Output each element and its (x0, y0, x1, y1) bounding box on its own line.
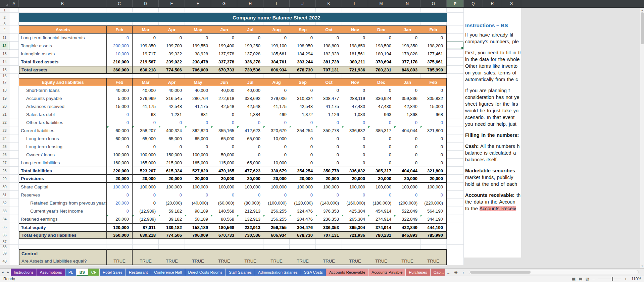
cell-F37[interactable] (185, 239, 211, 245)
cell-H39[interactable] (237, 249, 263, 257)
cell-I20[interactable]: 41,175 (263, 102, 290, 110)
cell-M38[interactable] (368, 245, 394, 249)
cell-O37[interactable] (420, 239, 447, 245)
cell-K37[interactable] (316, 239, 342, 245)
cell-L14[interactable]: 380,211 (342, 58, 368, 66)
cell-G13[interactable]: 137,978 (211, 50, 237, 58)
cell-C35[interactable]: 120,000 (106, 223, 133, 231)
cell-C16[interactable] (106, 74, 133, 78)
cell-C3[interactable] (106, 22, 133, 25)
tab-pl[interactable]: PL (65, 269, 76, 276)
label-short-term-loans[interactable]: Short-term loans (19, 86, 106, 94)
more-tabs-button[interactable]: … (445, 269, 452, 276)
cell-L24[interactable]: 0 (342, 134, 368, 143)
cell-E1[interactable] (159, 8, 185, 13)
label-total-equity-and-liabilities[interactable]: Total equity and liabilities (19, 231, 106, 239)
cell-F16[interactable] (185, 74, 211, 78)
cell-P36[interactable] (447, 231, 464, 239)
tab-conference-hall[interactable]: Conference Hall (151, 269, 185, 276)
cell-I12[interactable]: 199,100 (263, 42, 290, 50)
cell-G16[interactable] (211, 74, 237, 78)
row-header-3[interactable]: 3 (0, 22, 9, 25)
cell-H24[interactable]: 65,000 (237, 134, 263, 143)
tab-scroll-left-icon[interactable]: ◂ (0, 269, 5, 276)
col-header-R[interactable]: R (483, 0, 502, 7)
cell-C40[interactable]: TRUE (106, 257, 133, 265)
row-header-39[interactable]: 39 (0, 249, 9, 257)
tab-sga-costs[interactable]: SGA Costs (301, 269, 326, 276)
cell-O38[interactable] (420, 245, 447, 249)
label-accounts-payable[interactable]: Accounts payable (19, 94, 106, 102)
cell-A2[interactable] (9, 13, 19, 22)
cell-O18[interactable]: 0 (420, 86, 447, 94)
cell-I29[interactable]: 20,000 (263, 175, 290, 183)
cell-B38[interactable] (19, 245, 106, 249)
cell-K26[interactable]: 0 (316, 151, 342, 159)
cell-E19[interactable]: 316,545 (159, 94, 185, 102)
label-retained-earnings[interactable]: Retained earnings (19, 215, 106, 223)
cell-P39[interactable] (447, 249, 464, 257)
row-header-22[interactable]: 22 (0, 118, 9, 126)
cell-C18[interactable]: 40,000 (106, 86, 133, 94)
scroll-up-icon[interactable]: ▲ (641, 8, 643, 12)
col-header-J[interactable]: J (290, 0, 316, 7)
cell-O24[interactable]: 0 (420, 134, 447, 143)
cell-N30[interactable]: 100,000 (394, 183, 420, 191)
cell-M3[interactable] (368, 22, 394, 25)
cell-I22[interactable]: 0 (263, 118, 290, 126)
cell-H20[interactable]: 42,548 (237, 102, 263, 110)
cell-C21[interactable]: 0 (106, 110, 133, 118)
cell-M22[interactable]: 0 (368, 118, 394, 126)
cell-C25[interactable]: 0 (106, 143, 133, 151)
cell-J25[interactable]: 0 (290, 143, 316, 151)
accounts-receivable-link[interactable]: Accounts Receiv (480, 206, 516, 211)
cell-M26[interactable]: 0 (368, 151, 394, 159)
cell-I27[interactable]: 10,000 (263, 159, 290, 167)
cell-M29[interactable]: 20,000 (368, 175, 394, 183)
cell-H40[interactable]: TRUE (237, 257, 263, 265)
label-are-assets-and-liabilities-equal[interactable]: Are Assets and Liabilities equal? (19, 257, 106, 265)
cell-E23[interactable]: 400,324 (159, 126, 185, 134)
cell-G21[interactable]: 0 (211, 110, 237, 118)
cell-F18[interactable]: 40,000 (185, 86, 211, 94)
cell-O36[interactable]: 785,990 (420, 231, 447, 239)
cell-A3[interactable] (9, 22, 19, 25)
row-header-29[interactable]: 29 (0, 175, 9, 183)
cell-O39[interactable] (420, 249, 447, 257)
cell-G37[interactable] (211, 239, 237, 245)
cell-K31[interactable]: 0 (316, 191, 342, 199)
row-header-36[interactable]: 36 (0, 231, 9, 239)
cell-M30[interactable]: 100,000 (368, 183, 394, 191)
cell-C29[interactable]: 20,000 (106, 175, 133, 183)
cell-E25[interactable]: 0 (159, 143, 185, 151)
label-other-tax-liabilities[interactable]: Other tax liabilities (19, 118, 106, 126)
cell-M15[interactable]: 780,231 (368, 66, 394, 74)
cell-P20[interactable] (447, 102, 464, 110)
cell-L25[interactable]: 0 (342, 143, 368, 151)
row-header-21[interactable]: 21 (0, 110, 9, 118)
cell-A30[interactable] (9, 183, 19, 191)
cell-F39[interactable] (185, 249, 211, 257)
cell-P4[interactable] (447, 25, 464, 34)
cell-A39[interactable] (9, 249, 19, 257)
col-header-A[interactable]: A (9, 0, 19, 7)
cell-N33[interactable]: 522,849 (394, 207, 420, 215)
cell-I14[interactable]: 384,761 (263, 58, 290, 66)
cell-K28[interactable]: 350,778 (316, 167, 342, 175)
cell-P35[interactable] (447, 223, 464, 231)
cell-A34[interactable] (9, 215, 19, 223)
cell-F11[interactable]: 0 (185, 34, 211, 42)
cell-P33[interactable] (447, 207, 464, 215)
cell-J13[interactable]: 184,294 (290, 50, 316, 58)
row-header-19[interactable]: 19 (0, 94, 9, 102)
cell-C24[interactable]: 60,000 (106, 134, 133, 143)
cell-M12[interactable]: 198,500 (368, 42, 394, 50)
cell-C33[interactable]: 0 (106, 207, 133, 215)
cell-K27[interactable]: 0 (316, 159, 342, 167)
cell-L40[interactable]: TRUE (342, 257, 368, 265)
row-header-27[interactable]: 27 (0, 159, 9, 167)
cell-J19[interactable]: 310,334 (290, 94, 316, 102)
cell-A21[interactable] (9, 110, 19, 118)
row-header-40[interactable]: 40 (0, 257, 9, 265)
cell-J27[interactable]: 0 (290, 159, 316, 167)
